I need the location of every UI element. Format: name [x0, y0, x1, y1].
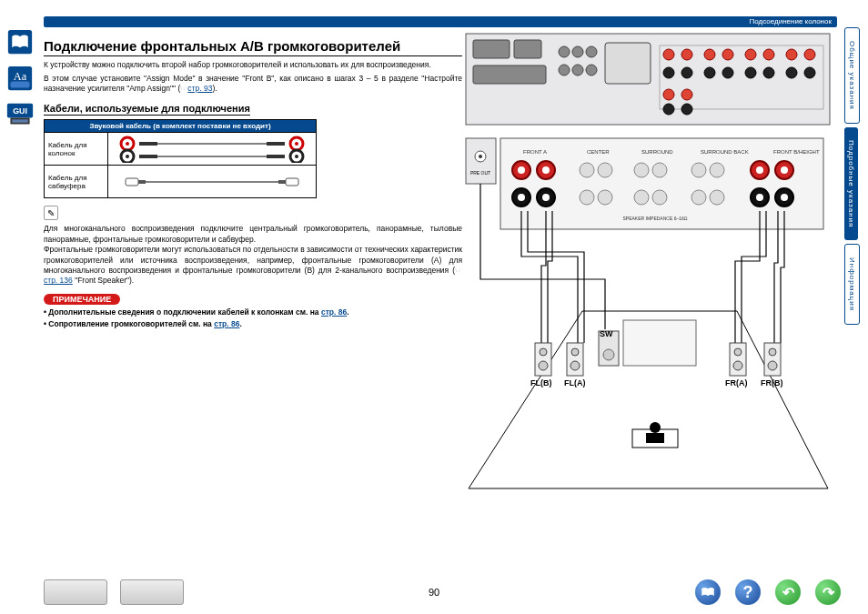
svg-rect-7	[12, 119, 28, 123]
label-flb: FL(B)	[530, 378, 552, 388]
connection-diagram: FRONT A CENTER SURROUND SURROUND BACK FR…	[464, 29, 833, 493]
svg-point-81	[691, 163, 706, 177]
svg-point-53	[786, 67, 797, 78]
svg-point-57	[663, 104, 674, 115]
svg-point-92	[781, 194, 788, 201]
subwoofer-cable-diagram	[108, 166, 316, 197]
svg-point-45	[786, 49, 797, 60]
back-icon[interactable]: ↶	[775, 579, 801, 605]
link-page-136[interactable]: стр. 136	[44, 276, 73, 285]
right-tabs: Общие указания Подробные указания Информ…	[844, 27, 864, 328]
svg-point-96	[479, 155, 482, 158]
svg-text:SURROUND: SURROUND	[641, 149, 673, 155]
label-sw: SW	[600, 329, 613, 338]
svg-rect-13	[139, 155, 157, 158]
speaker-cable-diagram	[108, 133, 316, 165]
svg-point-105	[571, 348, 579, 356]
cable-sub-label: Кабель для сабвуфера	[45, 166, 108, 197]
svg-point-42	[722, 49, 733, 60]
device-thumb-front[interactable]	[44, 579, 107, 605]
label-fla: FL(A)	[564, 378, 586, 388]
intro-para-2: В этом случае установите "Assign Mode" в…	[44, 74, 462, 94]
device-thumb-rear[interactable]	[120, 579, 184, 605]
main-content: Подключение фронтальных A/B громкоговори…	[44, 25, 462, 328]
svg-rect-3	[11, 82, 30, 88]
b1-pre: Дополнительные сведения о подключении ка…	[48, 307, 321, 317]
cable-row-speaker: Кабель для колонок	[45, 132, 316, 165]
svg-point-114	[650, 422, 661, 433]
svg-point-58	[681, 104, 692, 115]
svg-rect-101	[535, 343, 551, 376]
svg-text:FRONT B/HEIGHT: FRONT B/HEIGHT	[773, 149, 820, 155]
contents-icon[interactable]	[695, 579, 721, 605]
device-thumbnails	[44, 579, 184, 605]
svg-point-75	[580, 190, 594, 205]
svg-text:FRONT A: FRONT A	[523, 149, 547, 155]
gui-icon[interactable]: GUI	[5, 100, 35, 129]
svg-point-39	[663, 49, 674, 60]
bullet-1: • Дополнительные сведения о подключении …	[44, 307, 462, 317]
svg-point-86	[756, 166, 763, 174]
svg-point-46	[804, 49, 815, 60]
svg-point-102	[540, 348, 547, 356]
svg-rect-98	[623, 320, 696, 366]
svg-rect-12	[139, 142, 157, 146]
svg-point-35	[572, 65, 583, 75]
svg-point-11	[126, 155, 129, 158]
svg-point-88	[781, 166, 788, 174]
cable-row-subwoofer: Кабель для сабвуфера	[45, 165, 316, 197]
svg-point-90	[756, 194, 763, 201]
svg-point-44	[763, 49, 774, 60]
link-page-93[interactable]: стр. 93	[187, 84, 212, 93]
svg-point-70	[518, 194, 525, 201]
tab-general[interactable]: Общие указания	[844, 27, 860, 124]
svg-point-79	[634, 190, 649, 205]
b2-post: .	[239, 319, 241, 328]
note-text-body: Для многоканального воспроизведения подк…	[44, 224, 462, 275]
svg-point-72	[542, 194, 550, 201]
svg-point-109	[733, 361, 742, 370]
label-fra: FR(A)	[725, 378, 748, 388]
bullet-2: • Сопротивление громкоговорителей см. на…	[44, 319, 462, 328]
svg-point-52	[763, 67, 774, 78]
svg-point-34	[559, 65, 570, 75]
svg-point-47	[663, 67, 674, 78]
cable-table-header: Звуковой кабель (в комплект поставки не …	[45, 120, 316, 132]
svg-point-51	[745, 67, 756, 78]
svg-point-68	[542, 166, 550, 174]
svg-rect-37	[605, 43, 651, 84]
svg-point-80	[652, 190, 667, 205]
svg-point-103	[539, 361, 548, 370]
intro-para-1: К устройству можно подключить второй наб…	[44, 60, 462, 70]
svg-point-100	[603, 349, 614, 360]
svg-point-73	[580, 163, 594, 177]
svg-point-111	[769, 348, 776, 356]
link-page-86a[interactable]: стр. 86	[321, 307, 347, 317]
help-icon[interactable]: ?	[735, 579, 761, 605]
cable-speaker-label: Кабель для колонок	[45, 133, 108, 165]
svg-rect-29	[514, 40, 541, 58]
link-page-86b[interactable]: стр. 86	[214, 319, 239, 328]
svg-point-9	[126, 142, 129, 146]
svg-point-55	[663, 89, 674, 100]
note-end: "Front Speaker").	[73, 276, 134, 285]
svg-rect-30	[473, 65, 546, 84]
font-size-icon[interactable]: Aa	[5, 64, 35, 93]
svg-text:SPEAKER IMPEDANCE 6–16Ω: SPEAKER IMPEDANCE 6–16Ω	[623, 216, 688, 221]
forward-icon[interactable]: ↷	[815, 579, 841, 605]
book-icon[interactable]	[5, 27, 35, 56]
page-title: Подключение фронтальных A/B громкоговори…	[44, 38, 462, 56]
svg-rect-104	[567, 343, 583, 376]
svg-point-77	[634, 163, 649, 177]
tab-detailed[interactable]: Подробные указания	[844, 127, 858, 240]
svg-text:CENTER: CENTER	[587, 149, 610, 155]
svg-rect-16	[267, 142, 285, 146]
tab-info[interactable]: Информация	[844, 244, 860, 325]
svg-rect-28	[473, 40, 510, 58]
svg-rect-110	[764, 343, 781, 376]
svg-point-49	[704, 67, 715, 78]
svg-text:SURROUND BACK: SURROUND BACK	[701, 149, 749, 155]
svg-rect-23	[138, 180, 146, 184]
svg-point-54	[804, 67, 815, 78]
intro2-end: ).	[212, 84, 217, 93]
